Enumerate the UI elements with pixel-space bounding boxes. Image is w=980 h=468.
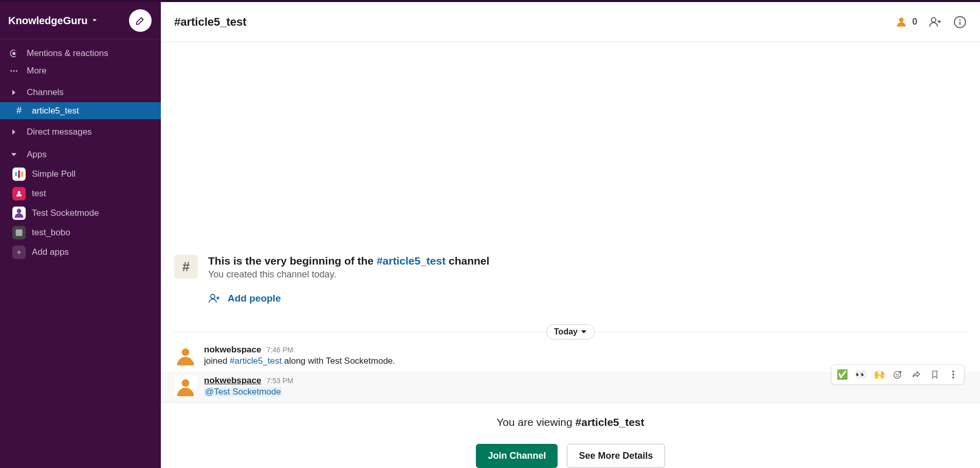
socketmode-app-icon [12,207,26,220]
welcome-suffix: channel [446,255,489,267]
svg-point-2 [16,70,17,72]
see-more-details-button[interactable]: See More Details [567,444,664,468]
add-apps-button[interactable]: Add apps [0,242,161,262]
user-mention[interactable]: @Test Socketmode [204,387,282,397]
simple-poll-icon [12,167,26,181]
add-people-label: Add people [228,293,281,304]
join-channel-button[interactable]: Join Channel [476,444,558,468]
member-count[interactable]: 0 [895,15,917,29]
person-add-icon [929,15,942,29]
plus-icon [12,246,26,259]
workspace-name: KnowledgeGuru [8,15,87,27]
message-timestamp: 7:46 PM [267,346,293,354]
react-eyes-button[interactable]: 👀 [853,367,868,382]
message-text: @Test Socketmode [204,387,967,397]
sidebar: KnowledgeGuru Mentions & reactions More … [0,2,161,468]
app-item-test-socketmode[interactable]: Test Socketmode [0,203,161,223]
person-add-icon [208,292,220,305]
channel-mention[interactable]: #article5_test [230,356,282,366]
message-hover-actions: ✅ 👀 🙌 [831,364,965,385]
app-item-test[interactable]: test [0,184,161,203]
apps-section-header[interactable]: Apps [0,145,161,164]
app-item-label: Simple Poll [32,169,76,179]
bookmark-message-button[interactable] [927,367,942,382]
svg-point-5 [959,19,961,21]
share-message-button[interactable] [909,367,924,382]
app-item-label: Test Socketmode [32,208,99,218]
welcome-subline: You created this channel today. [208,269,489,280]
svg-point-12 [953,377,954,378]
svg-point-0 [10,70,12,72]
chevron-down-icon [90,16,99,25]
channels-section-header[interactable]: Channels [0,83,161,102]
app-item-simple-poll[interactable]: Simple Poll [0,164,161,184]
svg-point-11 [953,374,954,376]
more-icon [9,66,19,76]
hash-icon: # [13,105,25,116]
channel-hash-tile: # [174,255,198,278]
add-member-button[interactable] [929,15,942,29]
welcome-prefix: This is the very beginning of the [208,255,377,267]
app-item-label: test_bobo [32,228,70,238]
channel-info-button[interactable] [953,15,967,29]
channel-item-label: article5_test [32,106,79,116]
direct-header-label: Direct messages [27,127,92,137]
svg-rect-6 [959,21,960,24]
more-actions-button[interactable] [946,367,961,382]
app-item-test-bobo[interactable]: test_bobo [0,223,161,242]
svg-rect-3 [16,230,23,236]
nav-more-label: More [27,66,47,76]
channels-header-label: Channels [27,87,64,98]
svg-point-9 [898,374,899,375]
date-divider-pill[interactable]: Today [546,324,595,340]
apps-header-label: Apps [27,149,47,160]
channel-item-article5_test[interactable]: # article5_test [0,102,161,119]
caret-right-icon [11,89,17,96]
svg-point-1 [13,70,15,72]
test-app-icon [12,187,26,200]
bobo-app-icon [12,226,26,239]
viewing-channel-name: #article5_test [576,416,644,428]
caret-right-icon [11,129,17,135]
message-timestamp: 7:53 PM [267,377,293,385]
emoji-add-icon [893,369,903,380]
direct-messages-section-header[interactable]: Direct messages [0,122,161,142]
app-item-label: test [32,189,46,199]
channel-header: #article5_test 0 [161,2,980,42]
share-icon [911,369,921,380]
at-icon [9,49,19,58]
info-icon [953,15,967,29]
svg-point-7 [894,371,901,378]
bookmark-icon [930,369,940,380]
compose-button[interactable] [129,9,152,32]
nav-mentions[interactable]: Mentions & reactions [0,45,161,62]
person-icon [895,15,908,29]
compose-icon [135,15,146,26]
avatar[interactable] [174,345,197,367]
add-apps-label: Add apps [32,247,69,257]
react-check-button[interactable]: ✅ [835,367,850,382]
welcome-heading: This is the very beginning of the #artic… [208,255,489,267]
svg-point-10 [953,371,954,372]
kebab-icon [948,369,958,380]
main-area: #article5_test 0 # This [161,2,980,468]
channel-welcome: # This is the very beginning of the #art… [161,255,980,285]
add-reaction-button[interactable] [890,367,905,382]
message: nokwebspace 7:53 PM @Test Socketmode ✅ 👀… [161,371,980,402]
nav-more[interactable]: More [0,62,161,80]
join-channel-panel: You are viewing #article5_test Join Chan… [161,402,980,468]
nav-mentions-label: Mentions & reactions [27,48,108,59]
welcome-channel-link[interactable]: #article5_test [377,255,446,267]
avatar[interactable] [174,376,197,398]
channel-title[interactable]: #article5_test [174,15,247,29]
react-raisedhands-button[interactable]: 🙌 [872,367,887,382]
svg-point-8 [896,374,897,375]
message-username[interactable]: nokwebspace [204,345,262,355]
add-people-button[interactable]: Add people [161,285,980,320]
chevron-down-icon [581,329,587,335]
member-count-value: 0 [912,16,917,27]
workspace-switcher[interactable]: KnowledgeGuru [8,15,99,27]
message-username[interactable]: nokwebspace [204,376,262,386]
date-divider-label: Today [554,327,578,336]
viewing-text: You are viewing #article5_test [174,416,967,428]
